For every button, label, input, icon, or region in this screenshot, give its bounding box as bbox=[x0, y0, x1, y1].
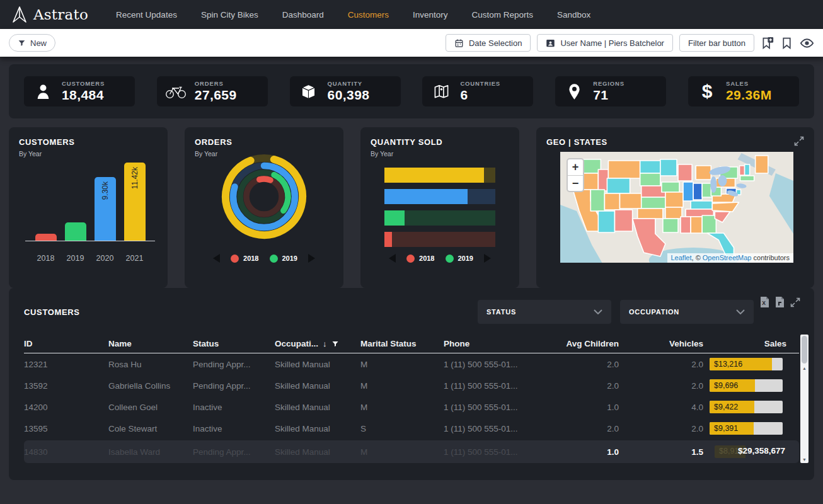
column-funnel-icon[interactable] bbox=[331, 340, 339, 348]
new-filter-label: New bbox=[30, 38, 47, 48]
kpi-value: 60,398 bbox=[328, 88, 370, 103]
cell-phone: 1 (11) 500 555-01... bbox=[444, 424, 550, 433]
column-header-sales[interactable]: Sales bbox=[705, 339, 788, 348]
scrollbar-thumb[interactable] bbox=[802, 336, 807, 364]
cell-phone: 1 (11) 500 555-01... bbox=[444, 403, 550, 412]
column-header-id[interactable]: ID bbox=[24, 339, 108, 348]
cell-id: 13592 bbox=[24, 381, 108, 391]
kpi-card-quantity[interactable]: QUANTITY60,398 bbox=[290, 76, 401, 106]
cell-marital: S bbox=[360, 424, 444, 433]
new-filter-button[interactable]: New bbox=[9, 34, 55, 52]
sales-amount: $13,216 bbox=[714, 360, 742, 369]
kpi-card-sales[interactable]: $SALES29.36M bbox=[688, 76, 799, 106]
openstreetmap-link[interactable]: OpenStreetMap bbox=[703, 254, 752, 261]
column-header-marital-status[interactable]: Marital Status bbox=[360, 339, 444, 348]
legend-next-arrow[interactable] bbox=[484, 254, 491, 263]
cell-status: Inactive bbox=[193, 424, 275, 433]
sales-bar: $9,696 bbox=[710, 379, 783, 392]
nav-item-custom-reports[interactable]: Custom Reports bbox=[472, 10, 534, 20]
cell-sales: $9,391 bbox=[705, 422, 788, 435]
table-totals-row: 14830Isabella WardPending Appr...Skilled… bbox=[24, 440, 799, 463]
scroll-up-arrow[interactable]: ▲ bbox=[800, 366, 809, 370]
legend-item-2018[interactable]: 2018 bbox=[231, 255, 258, 263]
filter-bar-button[interactable]: Filter bar button bbox=[679, 34, 754, 52]
bar-2020[interactable]: 9.30k bbox=[95, 177, 116, 241]
hbar-fill-2020 bbox=[384, 189, 468, 204]
zoom-out-button[interactable]: − bbox=[568, 175, 583, 191]
cell-marital: M bbox=[360, 403, 444, 412]
nav-item-dashboard[interactable]: Dashboard bbox=[282, 10, 324, 20]
hbar-2020[interactable] bbox=[384, 189, 495, 204]
nav-item-inventory[interactable]: Inventory bbox=[413, 10, 448, 20]
bookmark-add-icon[interactable] bbox=[761, 37, 774, 50]
bar-2018[interactable] bbox=[35, 234, 57, 241]
hbar-2019[interactable] bbox=[384, 210, 495, 226]
status-filter-dropdown[interactable]: STATUS bbox=[478, 300, 611, 324]
nav-item-customers[interactable]: Customers bbox=[348, 10, 389, 20]
column-header-vehicles[interactable]: Vehicles bbox=[620, 339, 705, 348]
hbar-2021[interactable] bbox=[384, 168, 495, 183]
nav-item-spin-city-bikes[interactable]: Spin City Bikes bbox=[201, 10, 258, 20]
legend-item-2019[interactable]: 2019 bbox=[446, 255, 473, 263]
occupation-filter-label: OCCUPATION bbox=[629, 308, 679, 316]
sort-descending-icon[interactable]: ↓ bbox=[323, 339, 327, 348]
kpi-card-orders[interactable]: ORDERS27,659 bbox=[157, 76, 268, 106]
cell-sales: $9,422 bbox=[705, 401, 788, 413]
legend-prev-arrow[interactable] bbox=[213, 254, 220, 263]
geo-title: GEO | STATES bbox=[546, 137, 804, 147]
bar-2021[interactable]: 11.42k bbox=[124, 163, 146, 241]
cell-occupation: Skilled Manual bbox=[275, 424, 360, 433]
kpi-card-countries[interactable]: COUNTRIES6 bbox=[422, 76, 533, 106]
kpi-card-customers[interactable]: CUSTOMERS18,484 bbox=[24, 76, 135, 106]
legend-item-2018[interactable]: 2018 bbox=[406, 255, 434, 263]
hbar-2018[interactable] bbox=[384, 232, 495, 247]
nav-items: Recent UpdatesSpin City BikesDashboardCu… bbox=[116, 10, 590, 20]
totals-avg-children: 1.0 bbox=[550, 447, 620, 457]
kpi-card-regions[interactable]: REGIONS71 bbox=[555, 76, 666, 106]
nav-item-recent-updates[interactable]: Recent Updates bbox=[116, 10, 177, 20]
legend-next-arrow[interactable] bbox=[308, 254, 315, 263]
table-row[interactable]: 13595Cole StewartInactiveSkilled ManualS… bbox=[24, 418, 799, 439]
kpi-value: 18,484 bbox=[62, 88, 105, 103]
table-row[interactable]: 13592Gabriella CollinsPending Appr...Ski… bbox=[24, 375, 799, 396]
location-pin-icon bbox=[563, 83, 585, 100]
cell-id: 14200 bbox=[24, 403, 108, 412]
vertical-scrollbar[interactable]: ▲ ▼ bbox=[800, 335, 809, 463]
expand-icon[interactable] bbox=[794, 136, 804, 149]
chart-title: CUSTOMERS bbox=[19, 137, 158, 147]
ghost-value: Pending Appr... bbox=[193, 447, 251, 457]
kpi-value: 6 bbox=[460, 88, 500, 103]
occupation-filter-dropdown[interactable]: OCCUPATION bbox=[620, 300, 754, 324]
table-title: CUSTOMERS bbox=[24, 307, 80, 317]
column-header-occupati[interactable]: Occupati...↓ bbox=[275, 339, 360, 348]
legend-prev-arrow[interactable] bbox=[389, 254, 396, 263]
legend-label: 2018 bbox=[243, 255, 258, 262]
scroll-down-arrow[interactable]: ▼ bbox=[800, 457, 809, 462]
totals-ghost-name: Isabella Ward bbox=[108, 447, 193, 457]
eye-icon[interactable] bbox=[800, 36, 814, 50]
totals-ghost-occupation: Skilled Manual bbox=[275, 447, 360, 457]
column-header-name[interactable]: Name bbox=[108, 339, 193, 348]
nav-item-sandbox[interactable]: Sandbox bbox=[557, 10, 590, 20]
table-row[interactable]: 14200Colleen GoelInactiveSkilled ManualM… bbox=[24, 396, 799, 418]
user-name-button[interactable]: User Name | Piers Batchelor bbox=[537, 34, 673, 52]
zoom-in-button[interactable]: + bbox=[568, 159, 583, 175]
leaflet-map[interactable]: + − Leaflet, © OpenStreetMap contributor… bbox=[560, 152, 793, 263]
calendar-icon bbox=[454, 38, 464, 48]
date-selection-button[interactable]: Date Selection bbox=[446, 34, 531, 52]
column-header-phone[interactable]: Phone bbox=[444, 339, 550, 348]
bar-2019[interactable] bbox=[65, 222, 86, 241]
file-export-icon[interactable] bbox=[775, 297, 785, 307]
brand[interactable]: Astrato bbox=[11, 5, 88, 24]
bar-value-label: 11.42k bbox=[130, 167, 139, 189]
table-row[interactable]: 12321Rosa HuPending Appr...Skilled Manua… bbox=[24, 353, 799, 375]
bookmark-icon[interactable] bbox=[780, 37, 793, 50]
leaflet-link[interactable]: Leaflet bbox=[671, 254, 692, 261]
legend-item-2019[interactable]: 2019 bbox=[270, 255, 297, 263]
column-header-status[interactable]: Status bbox=[193, 339, 275, 348]
map-zoom-control: + − bbox=[567, 158, 584, 192]
excel-export-icon[interactable]: X bbox=[760, 297, 769, 307]
column-header-avg-children[interactable]: Avg Children bbox=[550, 339, 620, 348]
expand-icon[interactable] bbox=[790, 297, 800, 307]
totals-ghost-status: Pending Appr... bbox=[193, 447, 275, 457]
